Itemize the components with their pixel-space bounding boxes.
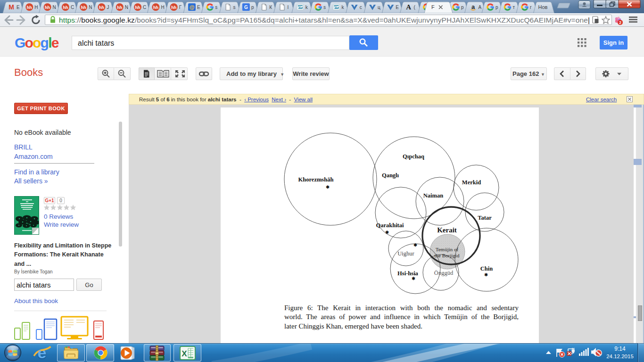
svg-text:Hsi-hsia: Hsi-hsia <box>397 270 419 277</box>
svg-text:Uighur: Uighur <box>397 250 414 257</box>
svg-text:hh: hh <box>99 5 104 10</box>
svg-text:т: т <box>513 5 515 10</box>
svg-text:C: C <box>143 5 146 10</box>
svg-text:р: р <box>461 5 464 10</box>
svg-text:I: I <box>288 5 289 10</box>
svg-text:Qanglı: Qanglı <box>382 172 399 179</box>
svg-text:✱: ✱ <box>484 272 488 277</box>
svg-text:E: E <box>17 5 20 10</box>
svg-text:H: H <box>161 5 164 10</box>
svg-text:M: M <box>8 3 14 11</box>
svg-text:a: a <box>471 3 475 10</box>
svg-text:Г: Г <box>179 5 182 10</box>
svg-text:X: X <box>182 349 187 358</box>
svg-text:hh: hh <box>135 5 140 10</box>
svg-text:К: К <box>269 5 272 10</box>
svg-text:@: @ <box>190 4 195 10</box>
svg-text:J: J <box>107 5 109 10</box>
svg-text:Naiman: Naiman <box>423 192 443 199</box>
svg-text:F: F <box>431 4 435 10</box>
svg-text:✱: ✱ <box>413 243 417 247</box>
svg-text:the Borjigid: the Borjigid <box>435 253 460 258</box>
svg-text:✱: ✱ <box>385 230 389 235</box>
svg-text:2: 2 <box>619 20 621 25</box>
svg-text:г: г <box>530 5 532 10</box>
svg-text:Нов: Нов <box>538 4 548 10</box>
svg-text:c: c <box>360 5 362 10</box>
svg-text:✱: ✱ <box>326 185 330 189</box>
svg-text:hh: hh <box>27 5 32 10</box>
svg-text:р: р <box>495 5 498 10</box>
svg-text:N: N <box>89 5 92 10</box>
svg-text:Qarakhitai: Qarakhitai <box>376 222 404 229</box>
svg-text:A: A <box>479 5 482 10</box>
svg-text:hh: hh <box>45 5 50 10</box>
svg-text:hh: hh <box>171 5 176 10</box>
svg-text:р: р <box>251 5 254 10</box>
svg-text:hh: hh <box>153 5 158 10</box>
svg-text:N: N <box>125 5 128 10</box>
svg-text:hh: hh <box>63 5 68 10</box>
svg-text:Önggüd: Önggüd <box>434 270 454 276</box>
svg-text:N: N <box>53 5 56 10</box>
svg-text:hh: hh <box>81 5 86 10</box>
svg-text:C: C <box>71 5 74 10</box>
svg-text:Qıpchaq: Qıpchaq <box>403 153 424 160</box>
svg-text:s: s <box>323 5 326 10</box>
svg-text:✱: ✱ <box>412 276 415 281</box>
svg-text:Khorezmshāh: Khorezmshāh <box>298 176 334 183</box>
svg-text:Kerait: Kerait <box>437 226 457 234</box>
svg-text:e: e <box>38 345 47 361</box>
svg-text:hh: hh <box>117 5 122 10</box>
svg-text:H: H <box>34 5 38 10</box>
svg-text:Tatar: Tatar <box>478 214 492 221</box>
svg-text:G: G <box>244 5 248 10</box>
svg-text:Temüjin of: Temüjin of <box>436 247 459 252</box>
svg-text:E: E <box>197 5 200 10</box>
svg-text:s: s <box>233 5 236 10</box>
svg-text:Chin: Chin <box>480 265 493 272</box>
svg-text:A: A <box>406 3 411 11</box>
svg-text:E: E <box>396 5 399 10</box>
svg-text:ц: ц <box>378 5 380 10</box>
svg-text:Merkid: Merkid <box>462 179 481 186</box>
svg-text:s: s <box>215 5 217 10</box>
